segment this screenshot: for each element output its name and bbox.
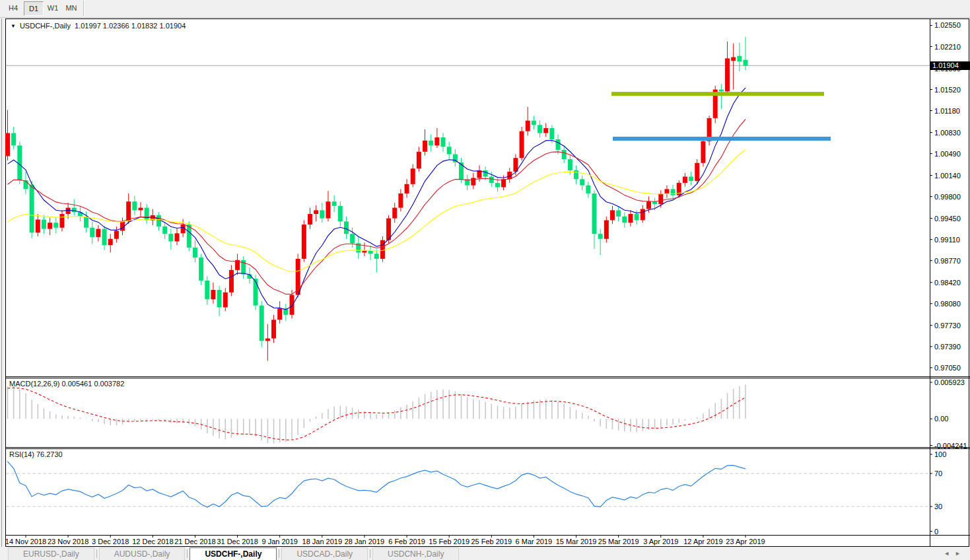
svg-text:1.01520: 1.01520: [934, 86, 961, 94]
svg-text:1.00140: 1.00140: [934, 172, 961, 180]
svg-text:0.97730: 0.97730: [934, 322, 961, 330]
svg-text:6 Mar 2019: 6 Mar 2019: [516, 538, 553, 545]
svg-text:15 Feb 2019: 15 Feb 2019: [429, 538, 469, 545]
svg-text:9 Jan 2019: 9 Jan 2019: [261, 538, 297, 545]
svg-text:23 Apr 2019: 23 Apr 2019: [726, 538, 765, 545]
svg-text:31 Dec 2018: 31 Dec 2018: [217, 538, 258, 545]
svg-text:100: 100: [934, 450, 946, 458]
chart-title: ▼USDCHF-,Daily 1.01997 1.02366 1.01832 1…: [11, 22, 186, 30]
svg-text:25 Mar 2019: 25 Mar 2019: [598, 538, 639, 545]
chart-symbol-label: USDCHF-,Daily: [20, 22, 71, 30]
svg-text:18 Jan 2019: 18 Jan 2019: [302, 538, 343, 545]
svg-text:12 Apr 2019: 12 Apr 2019: [683, 538, 722, 545]
svg-text:3 Dec 2018: 3 Dec 2018: [92, 538, 129, 545]
svg-text:30: 30: [934, 503, 942, 510]
tab-scroll-arrows[interactable]: ◄►: [944, 550, 966, 557]
svg-text:1.02210: 1.02210: [934, 43, 961, 51]
svg-text:0.005923: 0.005923: [934, 378, 965, 386]
svg-text:23 Nov 2018: 23 Nov 2018: [48, 538, 88, 545]
rsi-label: RSI(14) 76.2730: [9, 450, 63, 458]
current-price-tag: 1.01904: [930, 61, 970, 70]
svg-text:0.99110: 0.99110: [934, 236, 960, 244]
svg-text:0.97050: 0.97050: [934, 364, 961, 372]
svg-text:1.00830: 1.00830: [934, 129, 961, 137]
svg-text:0.99450: 0.99450: [934, 215, 961, 223]
svg-text:1.02550: 1.02550: [934, 21, 961, 29]
svg-text:0.99800: 0.99800: [934, 193, 961, 201]
svg-text:25 Feb 2019: 25 Feb 2019: [471, 538, 512, 545]
chart-ohlc-values: 1.01997 1.02366 1.01832 1.01904: [75, 22, 186, 30]
svg-text:0: 0: [934, 528, 938, 536]
svg-text:14 Nov 2018: 14 Nov 2018: [5, 538, 46, 545]
chevron-down-icon: ▼: [11, 23, 16, 29]
svg-text:6 Feb 2019: 6 Feb 2019: [388, 538, 425, 545]
svg-text:3 Apr 2019: 3 Apr 2019: [643, 538, 678, 545]
svg-text:1.00490: 1.00490: [934, 150, 961, 158]
svg-text:28 Jan 2019: 28 Jan 2019: [345, 538, 385, 545]
svg-text:0.98420: 0.98420: [934, 279, 961, 287]
scroll-left-icon[interactable]: ◄: [944, 550, 955, 557]
macd-label: MACD(12,26,9) 0.005461 0.003782: [9, 380, 124, 388]
svg-text:0.00: 0.00: [934, 415, 948, 423]
svg-text:15 Mar 2019: 15 Mar 2019: [556, 538, 597, 545]
svg-text:21 Dec 2018: 21 Dec 2018: [174, 538, 215, 545]
trading-terminal: H4 D1 W1 MN 1.025501.022101.018601.01520…: [0, 0, 970, 560]
svg-text:70: 70: [934, 470, 942, 477]
svg-text:0.98080: 0.98080: [934, 300, 961, 308]
chart-canvas[interactable]: 1.025501.022101.018601.015201.011801.008…: [0, 0, 970, 560]
scroll-right-icon[interactable]: ►: [955, 550, 966, 557]
svg-text:1.01180: 1.01180: [934, 107, 960, 115]
svg-text:0.98770: 0.98770: [934, 257, 961, 265]
svg-text:-0.004241: -0.004241: [934, 442, 967, 450]
svg-text:0.97390: 0.97390: [934, 343, 961, 351]
svg-text:12 Dec 2018: 12 Dec 2018: [132, 538, 173, 545]
